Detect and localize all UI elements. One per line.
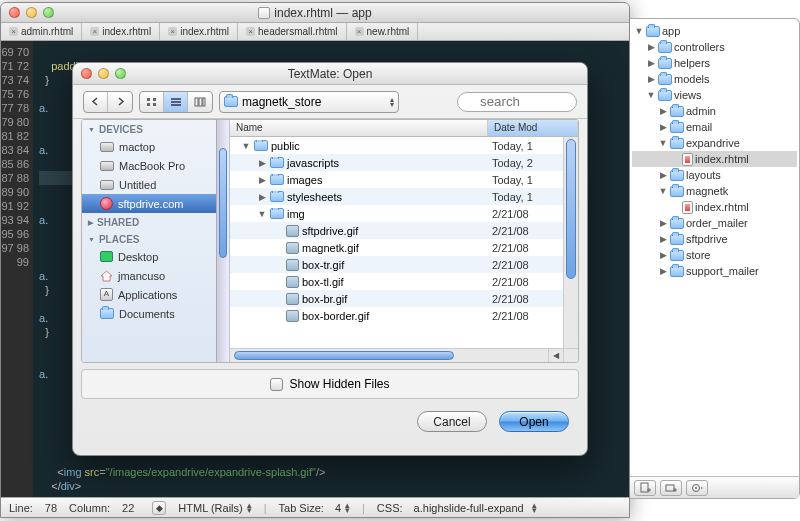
chevron-right-icon[interactable]: ▶	[257, 192, 267, 202]
show-hidden-checkbox[interactable]	[270, 378, 283, 391]
search-input[interactable]	[457, 92, 577, 112]
file-list-hscrollbar[interactable]	[230, 348, 563, 362]
new-folder-button[interactable]	[660, 480, 682, 496]
new-file-button[interactable]	[634, 480, 656, 496]
dialog-close-icon[interactable]	[81, 68, 92, 79]
tab-3[interactable]: ×headersmall.rhtml	[238, 23, 346, 40]
list-view-button[interactable]	[164, 92, 188, 112]
drawer-node-support_mailer[interactable]: ▶support_mailer	[632, 263, 797, 279]
sidebar-scrollbar[interactable]	[216, 120, 229, 362]
drawer-node-controllers[interactable]: ▶controllers	[632, 39, 797, 55]
chevron-right-icon[interactable]: ▶	[658, 250, 668, 260]
chevron-right-icon[interactable]: ▶	[658, 234, 668, 244]
chevron-right-icon[interactable]: ▶	[658, 122, 668, 132]
chevron-right-icon[interactable]: ▶	[658, 106, 668, 116]
file-row[interactable]: ▶javascriptsToday, 2	[230, 154, 578, 171]
project-tree[interactable]: ▼app▶controllers▶helpers▶models▼views▶ad…	[630, 19, 799, 476]
drawer-node-email[interactable]: ▶email	[632, 119, 797, 135]
forward-button[interactable]	[108, 92, 132, 112]
open-button[interactable]: Open	[499, 411, 569, 432]
hscroll-left-icon[interactable]: ◀	[549, 349, 564, 362]
file-row[interactable]: box-tl.gif2/21/08	[230, 273, 578, 290]
tab-close-icon[interactable]: ×	[246, 27, 255, 36]
sidebar-heading-devices[interactable]: ▼DEVICES	[82, 120, 229, 137]
sidebar[interactable]: ▼DEVICESmactopMacBook ProUntitledsftpdri…	[82, 120, 230, 362]
file-list-header[interactable]: Name Date Mod	[230, 120, 578, 137]
file-row[interactable]: ▶stylesheetsToday, 1	[230, 188, 578, 205]
sidebar-item-macbook-pro[interactable]: MacBook Pro	[82, 156, 229, 175]
column-date-modified[interactable]: Date Mod	[488, 120, 578, 136]
chevron-down-icon[interactable]: ▼	[658, 138, 668, 148]
chevron-right-icon[interactable]: ▶	[658, 218, 668, 228]
chevron-right-icon[interactable]: ▶	[646, 74, 656, 84]
drawer-node-expandrive[interactable]: ▼expandrive	[632, 135, 797, 151]
chevron-down-icon[interactable]: ▼	[658, 186, 668, 196]
sidebar-item-mactop[interactable]: mactop	[82, 137, 229, 156]
tab-4[interactable]: ×new.rhtml	[347, 23, 419, 40]
drawer-node-magnetk[interactable]: ▼magnetk	[632, 183, 797, 199]
close-window-icon[interactable]	[9, 7, 20, 18]
chevron-down-icon[interactable]: ▼	[634, 26, 644, 36]
sidebar-item-untitled[interactable]: Untitled	[82, 175, 229, 194]
drawer-node-store[interactable]: ▶store	[632, 247, 797, 263]
drawer-node-helpers[interactable]: ▶helpers	[632, 55, 797, 71]
drawer-node-sftpdrive[interactable]: ▶sftpdrive	[632, 231, 797, 247]
drawer-node-app[interactable]: ▼app	[632, 23, 797, 39]
action-button[interactable]	[686, 480, 708, 496]
tab-close-icon[interactable]: ×	[9, 27, 18, 36]
zoom-window-icon[interactable]	[43, 7, 54, 18]
tab-close-icon[interactable]: ×	[355, 27, 364, 36]
minimize-window-icon[interactable]	[26, 7, 37, 18]
file-row[interactable]: box-br.gif2/21/08	[230, 290, 578, 307]
symbol-popup[interactable]: CSS: a.highslide-full-expand ▴▾	[377, 502, 537, 514]
chevron-down-icon[interactable]: ▼	[241, 141, 251, 151]
sidebar-scroll-thumb[interactable]	[219, 148, 227, 258]
tab-close-icon[interactable]: ×	[168, 27, 177, 36]
sidebar-item-desktop[interactable]: Desktop	[82, 247, 229, 266]
vscroll-thumb[interactable]	[566, 139, 576, 279]
drawer-node-layouts[interactable]: ▶layouts	[632, 167, 797, 183]
file-row[interactable]: ▶imagesToday, 1	[230, 171, 578, 188]
drawer-node-views[interactable]: ▼views	[632, 87, 797, 103]
chevron-right-icon[interactable]: ▶	[658, 266, 668, 276]
chevron-right-icon[interactable]: ▶	[658, 170, 668, 180]
icon-view-button[interactable]	[140, 92, 164, 112]
chevron-down-icon[interactable]: ▼	[257, 209, 267, 219]
title-bar[interactable]: index.rhtml — app	[1, 3, 629, 23]
chevron-right-icon[interactable]: ▶	[646, 58, 656, 68]
tab-size-popup[interactable]: Tab Size: 4 ▴▾	[279, 502, 350, 514]
file-list-resize-corner[interactable]	[563, 348, 578, 362]
file-list-rows[interactable]: ▼publicToday, 1▶javascriptsToday, 2▶imag…	[230, 137, 578, 348]
drawer-node-index.rhtml[interactable]: index.rhtml	[632, 199, 797, 215]
file-row[interactable]: box-border.gif2/21/08	[230, 307, 578, 324]
chevron-right-icon[interactable]: ▶	[257, 158, 267, 168]
column-name[interactable]: Name	[230, 120, 488, 136]
drawer-node-order_mailer[interactable]: ▶order_mailer	[632, 215, 797, 231]
sidebar-item-documents[interactable]: Documents	[82, 304, 229, 323]
sidebar-item-sftpdrive.com[interactable]: sftpdrive.com	[82, 194, 229, 213]
tab-2[interactable]: ×index.rhtml	[160, 23, 238, 40]
cancel-button[interactable]: Cancel	[417, 411, 487, 432]
sidebar-heading-places[interactable]: ▼PLACES	[82, 230, 229, 247]
chevron-right-icon[interactable]: ▶	[646, 42, 656, 52]
drawer-node-models[interactable]: ▶models	[632, 71, 797, 87]
file-row[interactable]: ▼img2/21/08	[230, 205, 578, 222]
back-button[interactable]	[84, 92, 108, 112]
file-list-vscrollbar[interactable]	[563, 137, 578, 348]
dialog-title-bar[interactable]: TextMate: Open	[73, 63, 587, 85]
file-row[interactable]: box-tr.gif2/21/08	[230, 256, 578, 273]
drawer-node-admin[interactable]: ▶admin	[632, 103, 797, 119]
drawer-node-index.rhtml[interactable]: index.rhtml	[632, 151, 797, 167]
tab-1[interactable]: ×index.rhtml	[82, 23, 160, 40]
sidebar-item-jmancuso[interactable]: jmancuso	[82, 266, 229, 285]
path-popup[interactable]: magnetk_store ▴▾	[219, 91, 399, 113]
dialog-zoom-icon[interactable]	[115, 68, 126, 79]
language-select-icon[interactable]: ◆	[152, 501, 166, 515]
file-row[interactable]: ▼publicToday, 1	[230, 137, 578, 154]
hscroll-thumb[interactable]	[234, 351, 454, 360]
file-row[interactable]: sftpdrive.gif2/21/08	[230, 222, 578, 239]
sidebar-item-applications[interactable]: AApplications	[82, 285, 229, 304]
file-row[interactable]: magnetk.gif2/21/08	[230, 239, 578, 256]
sidebar-heading-shared[interactable]: ▶SHARED	[82, 213, 229, 230]
column-view-button[interactable]	[188, 92, 212, 112]
